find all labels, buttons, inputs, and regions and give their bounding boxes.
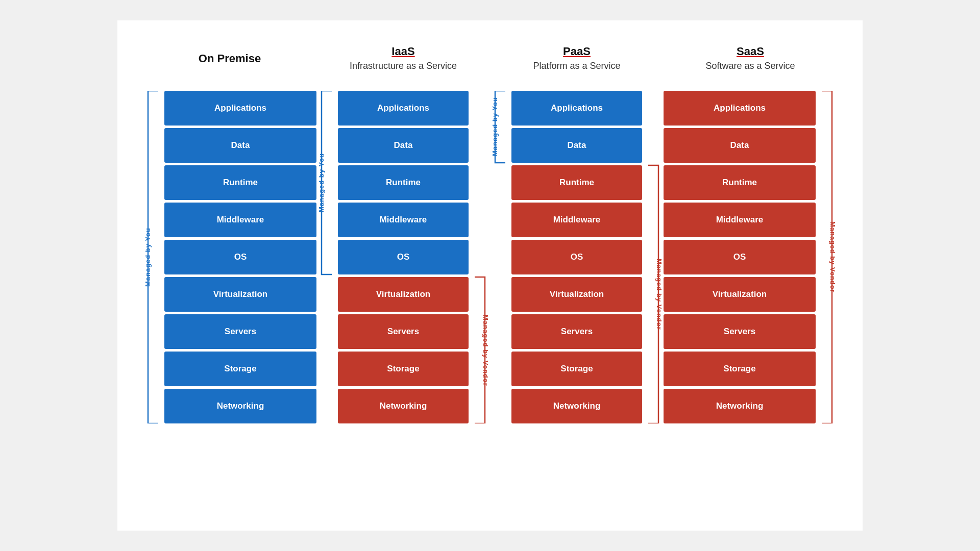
layer-saas-servers: Servers bbox=[664, 314, 816, 349]
right-bracket-saas: Managed by Vendor bbox=[819, 91, 837, 423]
layer-paas-virtualization: Virtualization bbox=[511, 277, 642, 312]
stack-on-premise: ApplicationsDataRuntimeMiddlewareOSVirtu… bbox=[164, 91, 316, 423]
stack-wrapper-iaas: Managed by YouApplicationsDataRuntimeMid… bbox=[316, 91, 490, 423]
left-bracket-iaas: Managed by You bbox=[316, 91, 335, 423]
layer-paas-runtime: Runtime bbox=[511, 165, 642, 200]
layer-iaas-virtualization: Virtualization bbox=[338, 277, 469, 312]
main-title-iaas: IaaS bbox=[391, 45, 414, 58]
stack-wrapper-saas: ApplicationsDataRuntimeMiddlewareOSVirtu… bbox=[664, 91, 837, 423]
layer-saas-data: Data bbox=[664, 128, 816, 163]
column-title-paas: PaaSPlatform as a Service bbox=[533, 36, 620, 82]
main-title-on-premise: On Premise bbox=[199, 52, 261, 65]
layer-iaas-middleware: Middleware bbox=[338, 203, 469, 237]
layer-iaas-servers: Servers bbox=[338, 314, 469, 349]
layer-iaas-runtime: Runtime bbox=[338, 165, 469, 200]
layer-saas-middleware: Middleware bbox=[664, 203, 816, 237]
layer-paas-applications: Applications bbox=[511, 91, 642, 126]
layer-saas-os: OS bbox=[664, 240, 816, 274]
column-on-premise: On PremiseManaged by YouApplicationsData… bbox=[143, 36, 316, 423]
layer-paas-data: Data bbox=[511, 128, 642, 163]
left-bracket-on-premise: Managed by You bbox=[143, 91, 161, 423]
right-bracket-iaas: Managed by Vendor bbox=[472, 91, 490, 423]
layer-on-premise-storage: Storage bbox=[164, 352, 316, 386]
layer-on-premise-servers: Servers bbox=[164, 314, 316, 349]
layer-saas-applications: Applications bbox=[664, 91, 816, 126]
column-paas: PaaSPlatform as a ServiceManaged by YouA… bbox=[490, 36, 664, 423]
sub-title-paas: Platform as a Service bbox=[533, 60, 620, 72]
sub-title-iaas: Infrastructure as a Service bbox=[350, 60, 457, 72]
stack-saas: ApplicationsDataRuntimeMiddlewareOSVirtu… bbox=[664, 91, 816, 423]
layer-saas-runtime: Runtime bbox=[664, 165, 816, 200]
sub-title-saas: Software as a Service bbox=[705, 60, 795, 72]
layer-on-premise-middleware: Middleware bbox=[164, 203, 316, 237]
layer-iaas-applications: Applications bbox=[338, 91, 469, 126]
layer-on-premise-os: OS bbox=[164, 240, 316, 274]
column-title-on-premise: On Premise bbox=[199, 36, 261, 82]
layer-iaas-storage: Storage bbox=[338, 352, 469, 386]
right-bracket-label-iaas: Managed by Vendor bbox=[482, 315, 489, 386]
column-title-iaas: IaaSInfrastructure as a Service bbox=[350, 36, 457, 82]
layer-paas-middleware: Middleware bbox=[511, 203, 642, 237]
stack-paas: ApplicationsDataRuntimeMiddlewareOSVirtu… bbox=[511, 91, 642, 423]
left-bracket-paas: Managed by You bbox=[490, 91, 508, 423]
left-bracket-label-on-premise: Managed by You bbox=[144, 228, 152, 287]
left-bracket-label-iaas: Managed by You bbox=[317, 153, 325, 212]
layer-on-premise-applications: Applications bbox=[164, 91, 316, 126]
layer-paas-servers: Servers bbox=[511, 314, 642, 349]
diagram-container: On PremiseManaged by YouApplicationsData… bbox=[117, 20, 863, 531]
main-title-paas: PaaS bbox=[563, 45, 591, 58]
layer-saas-networking: Networking bbox=[664, 389, 816, 423]
layer-iaas-os: OS bbox=[338, 240, 469, 274]
right-bracket-label-saas: Managed by Vendor bbox=[829, 221, 837, 293]
layer-on-premise-virtualization: Virtualization bbox=[164, 277, 316, 312]
left-bracket-label-paas: Managed by You bbox=[491, 97, 499, 156]
layer-iaas-networking: Networking bbox=[338, 389, 469, 423]
right-bracket-paas: Managed by Vendor bbox=[645, 91, 664, 423]
layer-paas-storage: Storage bbox=[511, 352, 642, 386]
layer-on-premise-networking: Networking bbox=[164, 389, 316, 423]
layer-on-premise-runtime: Runtime bbox=[164, 165, 316, 200]
layer-on-premise-data: Data bbox=[164, 128, 316, 163]
column-saas: SaaSSoftware as a ServiceApplicationsDat… bbox=[664, 36, 837, 423]
layer-saas-virtualization: Virtualization bbox=[664, 277, 816, 312]
main-title-saas: SaaS bbox=[737, 45, 764, 58]
stack-wrapper-on-premise: Managed by YouApplicationsDataRuntimeMid… bbox=[143, 91, 316, 423]
stack-wrapper-paas: Managed by YouApplicationsDataRuntimeMid… bbox=[490, 91, 664, 423]
right-bracket-label-paas: Managed by Vendor bbox=[655, 259, 663, 330]
layer-iaas-data: Data bbox=[338, 128, 469, 163]
column-title-saas: SaaSSoftware as a Service bbox=[705, 36, 795, 82]
layer-saas-storage: Storage bbox=[664, 352, 816, 386]
column-iaas: IaaSInfrastructure as a ServiceManaged b… bbox=[316, 36, 490, 423]
layer-paas-os: OS bbox=[511, 240, 642, 274]
layer-paas-networking: Networking bbox=[511, 389, 642, 423]
stack-iaas: ApplicationsDataRuntimeMiddlewareOSVirtu… bbox=[338, 91, 469, 423]
